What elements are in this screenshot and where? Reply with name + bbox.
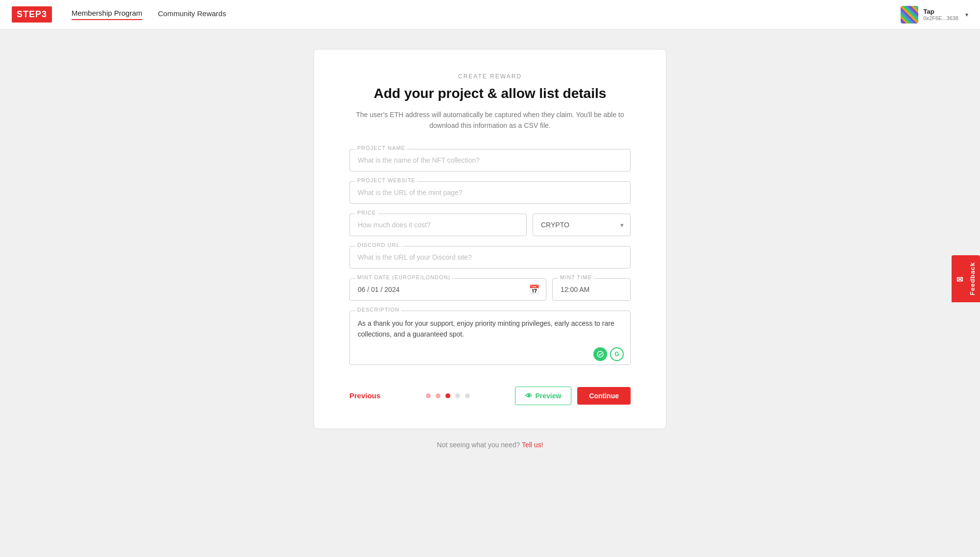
bottom-note: Not seeing what you need? Tell us! [437,441,543,449]
footer-buttons: 👁 Preview Continue [515,387,631,405]
mint-date-label: MINT DATE (EUROPE/LONDON) [355,274,452,280]
page-content: CREATE REWARD Add your project & allow l… [0,29,980,478]
bottom-note-link[interactable]: Tell us! [522,441,543,449]
currency-group: CRYPTO ETH USD ▾ [533,214,631,236]
nav-links: Membership Program Community Rewards [72,9,901,20]
project-website-group: PROJECT WEBSITE [349,181,631,204]
header: STEP3 Membership Program Community Rewar… [0,0,980,29]
bottom-note-text: Not seeing what you need? [437,441,520,449]
step-dot-1 [426,393,431,398]
header-wallet[interactable]: Tap 0x2F6E...3638 ▾ [901,6,968,24]
project-website-input[interactable] [349,181,631,204]
description-group: DESCRIPTION G [349,311,631,367]
mint-date-input-wrapper: 📅 [349,278,546,301]
step-dot-4 [455,393,460,398]
step-dot-5 [465,393,470,398]
discord-url-group: DISCORD URL [349,246,631,268]
form-title: Add your project & allow list details [349,86,631,101]
nav-link-community[interactable]: Community Rewards [158,9,226,20]
section-label: CREATE REWARD [349,73,631,80]
step-dot-2 [436,393,441,398]
feedback-icon: ✉ [956,274,965,284]
mint-time-group: MINT TIME [552,278,631,301]
datetime-row: MINT DATE (EUROPE/LONDON) 📅 MINT TIME [349,278,631,301]
wallet-address: 0x2F6E...3638 [923,15,958,21]
price-group: PRICE [349,214,527,236]
preview-label: Preview [535,392,561,400]
project-website-label: PROJECT WEBSITE [355,177,417,183]
step-dot-3 [445,393,450,398]
eye-icon: 👁 [525,392,532,400]
price-input[interactable] [349,214,527,236]
discord-url-input[interactable] [349,246,631,268]
wallet-info: Tap 0x2F6E...3638 [923,8,958,21]
project-name-label: PROJECT NAME [355,145,407,151]
textarea-icons: G [593,347,624,361]
spellcheck-button[interactable] [593,347,607,361]
preview-button[interactable]: 👁 Preview [515,387,571,405]
discord-url-label: DISCORD URL [355,242,402,248]
grammar-button[interactable]: G [610,347,624,361]
chevron-down-icon: ▾ [965,11,968,18]
continue-button[interactable]: Continue [577,387,631,405]
currency-select[interactable]: CRYPTO ETH USD [533,214,631,236]
currency-select-wrapper: CRYPTO ETH USD ▾ [533,214,631,236]
logo[interactable]: STEP3 [12,6,52,23]
mint-time-label: MINT TIME [558,274,594,280]
card-footer: Previous 👁 Preview Continue [349,387,631,405]
wallet-name: Tap [923,8,958,15]
nav-link-membership[interactable]: Membership Program [72,9,142,20]
feedback-label: Feedback [969,262,976,295]
feedback-tab[interactable]: ✉ Feedback [952,255,980,302]
description-textarea[interactable] [349,311,631,365]
logo-container: STEP3 [12,6,52,23]
step-dots [426,393,470,398]
price-label: PRICE [355,210,378,216]
price-row: PRICE CRYPTO ETH USD ▾ [349,214,631,236]
project-name-input[interactable] [349,149,631,171]
wallet-avatar [901,6,918,24]
project-name-group: PROJECT NAME [349,149,631,171]
mint-date-group: MINT DATE (EUROPE/LONDON) 📅 [349,278,546,301]
form-description: The user's ETH address will automaticall… [349,109,631,131]
mint-time-input[interactable] [552,278,631,301]
previous-button[interactable]: Previous [349,391,380,400]
form-card: CREATE REWARD Add your project & allow l… [314,49,666,429]
description-label: DESCRIPTION [355,307,401,313]
mint-date-input[interactable] [349,278,546,301]
